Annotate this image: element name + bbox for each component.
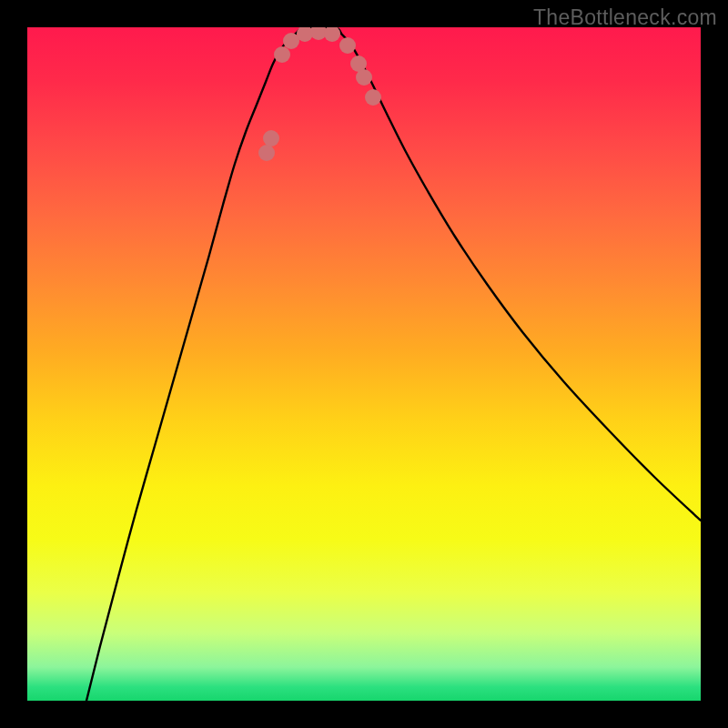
chart-stage: TheBottleneck.com — [0, 0, 728, 728]
marker-point — [339, 37, 356, 54]
plot-area — [27, 27, 701, 701]
line-series-group — [86, 27, 701, 701]
marker-point — [356, 69, 372, 86]
marker-point — [324, 27, 340, 42]
marker-point — [263, 130, 279, 147]
marker-point — [365, 89, 381, 106]
line-right-branch — [341, 34, 701, 521]
marker-group — [258, 27, 381, 161]
watermark-text: TheBottleneck.com — [533, 5, 717, 30]
line-left-branch — [86, 34, 296, 701]
marker-point — [274, 46, 290, 63]
chart-svg — [27, 27, 701, 701]
marker-point — [258, 145, 275, 161]
